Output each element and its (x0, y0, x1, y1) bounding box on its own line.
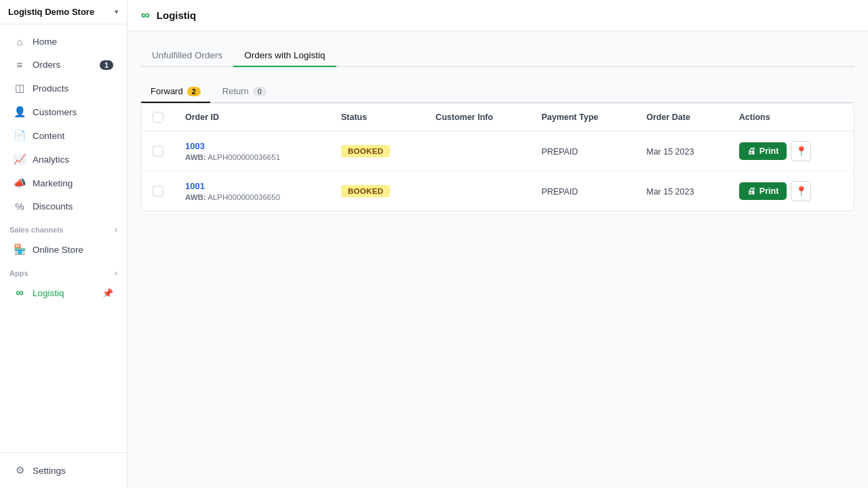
content-area: Unfulfilled Orders Orders with Logistiq … (127, 31, 868, 488)
row-1001-checkbox[interactable] (153, 186, 163, 197)
print-button-1001[interactable]: 🖨 Print (739, 182, 787, 200)
sidebar-item-label: Discounts (33, 201, 113, 211)
payment-type-value: PREPAID (541, 147, 578, 157)
print-button-1003[interactable]: 🖨 Print (739, 142, 787, 160)
row-1001-checkbox-cell (142, 171, 174, 211)
sidebar-item-label: Home (33, 37, 113, 47)
row-1003-order-id-cell: 1003 AWB: ALPH000000036651 (174, 131, 330, 171)
home-icon: ⌂ (14, 36, 26, 47)
sidebar-item-label: Products (33, 83, 113, 94)
sidebar-item-label: Customers (33, 107, 113, 117)
row-1001-customer-cell (425, 171, 530, 211)
products-icon: ◫ (14, 82, 26, 94)
orders-table-card: Order ID Status Customer Info Payment Ty… (141, 103, 854, 211)
order-1001-link[interactable]: 1001 (185, 181, 205, 191)
column-status: Status (330, 104, 425, 131)
row-1001-awb: AWB: ALPH000000036650 (185, 193, 319, 201)
logistiq-label: Logistiq (33, 288, 64, 298)
tab-orders-with-logistiq[interactable]: Orders with Logistiq (233, 45, 336, 67)
table-header-row: Order ID Status Customer Info Payment Ty… (142, 104, 854, 131)
row-1003-status-cell: BOOKED (330, 131, 425, 171)
action-buttons: 🖨 Print 📍 (739, 141, 843, 161)
order-date-value: Mar 15 2023 (646, 147, 694, 157)
printer-icon: 🖨 (747, 186, 756, 196)
row-1001-status-cell: BOOKED (330, 171, 425, 211)
row-1003-actions-cell: 🖨 Print 📍 (728, 131, 854, 171)
printer-icon: 🖨 (747, 146, 756, 156)
column-customer-info: Customer Info (425, 104, 530, 131)
location-icon: 📍 (795, 186, 807, 197)
row-1003-checkbox[interactable] (153, 146, 163, 157)
sidebar-item-logistiq[interactable]: ∞ Logistiq 📌 (4, 281, 123, 304)
order-1003-link[interactable]: 1003 (185, 141, 205, 151)
row-1003-checkbox-cell (142, 131, 174, 171)
sidebar-item-discounts[interactable]: % Discounts (4, 195, 123, 218)
tab-return[interactable]: Return 0 (213, 81, 276, 103)
row-1003-payment-cell: PREPAID (530, 131, 635, 171)
status-badge: BOOKED (341, 185, 390, 197)
infinity-icon: ∞ (14, 287, 26, 299)
orders-icon: ≡ (14, 59, 26, 70)
sidebar-item-content[interactable]: 📄 Content (4, 124, 123, 147)
row-1003-awb: AWB: ALPH000000036651 (185, 153, 319, 161)
top-tabs: Unfulfilled Orders Orders with Logistiq (141, 45, 854, 67)
sub-tabs: Forward 2 Return 0 (141, 81, 854, 103)
sidebar-item-orders[interactable]: ≡ Orders 1 (4, 54, 123, 76)
main-nav: ⌂ Home ≡ Orders 1 ◫ Products 👤 Customers… (0, 24, 127, 452)
row-1001-payment-cell: PREPAID (530, 171, 635, 211)
discounts-icon: % (14, 201, 26, 212)
sidebar-item-marketing[interactable]: 📣 Marketing (4, 171, 123, 195)
location-button-1003[interactable]: 📍 (791, 141, 811, 161)
tab-forward[interactable]: Forward 2 (141, 81, 210, 103)
row-1001-actions-cell: 🖨 Print 📍 (728, 171, 854, 211)
row-1001-date-cell: Mar 15 2023 (635, 171, 728, 211)
sidebar-item-home[interactable]: ⌂ Home (4, 30, 123, 53)
column-order-id: Order ID (174, 104, 330, 131)
marketing-icon: 📣 (14, 177, 26, 189)
column-order-date: Order Date (635, 104, 728, 131)
store-selector[interactable]: Logistiq Demo Store ▾ (0, 0, 127, 24)
settings-label: Settings (33, 466, 66, 476)
sidebar-item-label: Online Store (33, 245, 113, 255)
status-badge: BOOKED (341, 145, 390, 157)
forward-count-badge: 2 (187, 87, 201, 96)
forward-label: Forward (151, 86, 183, 96)
expand-icon: › (115, 225, 117, 235)
table-row: 1001 AWB: ALPH000000036650 BOOKED (142, 171, 854, 211)
select-all-checkbox[interactable] (153, 112, 163, 123)
app-header-infinity-icon: ∞ (141, 8, 150, 22)
content-icon: 📄 (14, 129, 26, 142)
table-row: 1003 AWB: ALPH000000036651 BOOKED (142, 131, 854, 171)
expand-icon: › (115, 268, 117, 278)
action-buttons: 🖨 Print 📍 (739, 181, 843, 201)
location-icon: 📍 (795, 146, 807, 157)
online-store-icon: 🏪 (14, 243, 26, 256)
return-label: Return (222, 86, 249, 96)
tab-unfulfilled-orders[interactable]: Unfulfilled Orders (141, 45, 233, 67)
analytics-icon: 📈 (14, 153, 26, 165)
orders-badge: 1 (100, 60, 113, 70)
sidebar: Logistiq Demo Store ▾ ⌂ Home ≡ Orders 1 … (0, 0, 127, 488)
location-button-1001[interactable]: 📍 (791, 181, 811, 201)
sidebar-item-label: Marketing (33, 178, 113, 188)
sidebar-item-label: Content (33, 131, 113, 141)
column-actions: Actions (728, 104, 854, 131)
chevron-down-icon: ▾ (115, 7, 119, 16)
app-header: ∞ Logistiq (127, 0, 868, 31)
sidebar-item-label: Orders (33, 60, 93, 70)
sidebar-item-customers[interactable]: 👤 Customers (4, 100, 123, 123)
app-header-title: Logistiq (157, 9, 196, 21)
customers-icon: 👤 (14, 106, 26, 118)
row-1003-date-cell: Mar 15 2023 (635, 131, 728, 171)
sidebar-item-products[interactable]: ◫ Products (4, 77, 123, 100)
row-1001-order-id-cell: 1001 AWB: ALPH000000036650 (174, 171, 330, 211)
sales-channels-section-title: Sales channels › (0, 218, 127, 237)
payment-type-value: PREPAID (541, 187, 578, 197)
column-select-all (142, 104, 174, 131)
sidebar-item-analytics[interactable]: 📈 Analytics (4, 148, 123, 171)
sidebar-bottom: ⚙ Settings (0, 452, 127, 488)
row-1003-customer-cell (425, 131, 530, 171)
sidebar-item-settings[interactable]: ⚙ Settings (4, 459, 123, 482)
sidebar-item-label: Analytics (33, 155, 113, 165)
sidebar-item-online-store[interactable]: 🏪 Online Store (4, 238, 123, 261)
